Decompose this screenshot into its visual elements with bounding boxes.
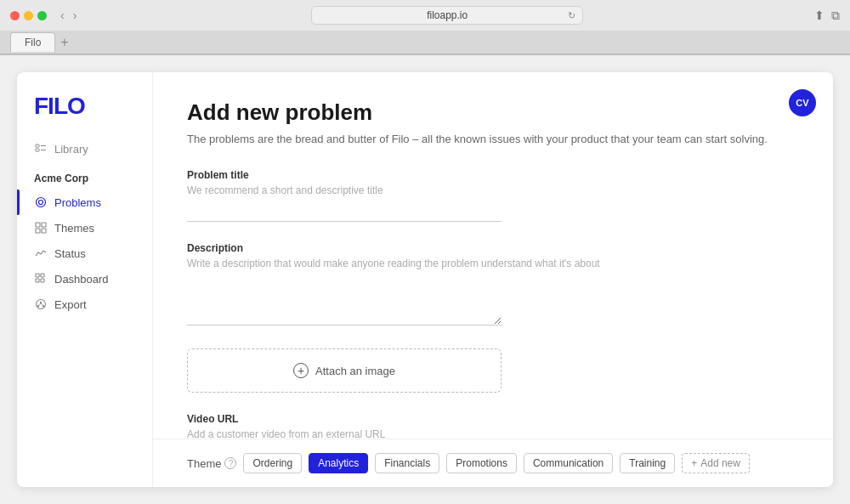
export-label: Export <box>54 298 87 311</box>
description-input[interactable] <box>187 275 502 326</box>
app-window: FILO Library Acme Corp <box>0 55 850 504</box>
themes-label: Themes <box>54 222 94 235</box>
minimize-button[interactable] <box>24 11 33 20</box>
problem-title-input[interactable] <box>187 201 502 222</box>
theme-tag-training[interactable]: Training <box>620 453 675 473</box>
sidebar-item-dashboard[interactable]: Dashboard <box>17 266 152 292</box>
svg-rect-12 <box>36 279 39 282</box>
themes-icon <box>34 221 48 235</box>
description-group: Description Write a description that wou… <box>187 242 799 328</box>
description-label: Description <box>187 242 799 254</box>
sidebar: FILO Library Acme Corp <box>17 72 153 487</box>
svg-rect-7 <box>42 223 46 227</box>
address-bar[interactable]: filoapp.io ↻ <box>311 6 583 25</box>
browser-chrome: ‹ › filoapp.io ↻ ⬆ ⧉ Filo + <box>0 0 850 55</box>
description-hint: Write a description that would make anyo… <box>187 258 799 269</box>
theme-help-icon[interactable]: ? <box>224 457 236 469</box>
problem-title-group: Problem title We recommend a short and d… <box>187 169 799 222</box>
problems-icon <box>34 195 48 209</box>
tab-title: Filo <box>25 37 41 48</box>
duplicate-icon[interactable]: ⧉ <box>831 8 840 23</box>
active-tab[interactable]: Filo <box>10 32 55 52</box>
attach-label: Attach an image <box>315 365 395 377</box>
theme-tag-analytics[interactable]: Analytics <box>309 453 368 473</box>
traffic-lights <box>10 11 47 20</box>
svg-rect-8 <box>36 229 40 233</box>
sidebar-item-library[interactable]: Library <box>17 137 152 161</box>
library-icon <box>34 142 48 156</box>
add-new-plus-icon: + <box>691 457 697 469</box>
new-tab-button[interactable]: + <box>60 35 68 50</box>
theme-section: Theme ? Ordering Analytics Financials Pr… <box>153 439 833 487</box>
video-url-label: Video URL <box>187 413 799 425</box>
tab-bar: Filo + <box>0 31 850 54</box>
sidebar-item-themes[interactable]: Themes <box>17 215 152 241</box>
sidebar-item-problems[interactable]: Problems <box>17 190 152 215</box>
sidebar-item-status[interactable]: Status <box>17 241 152 266</box>
svg-rect-9 <box>42 229 46 233</box>
svg-point-16 <box>37 305 39 307</box>
problems-label: Problems <box>54 196 101 209</box>
svg-line-18 <box>39 303 41 305</box>
status-label: Status <box>54 247 86 260</box>
svg-rect-13 <box>41 279 44 282</box>
forward-button[interactable]: › <box>70 7 81 24</box>
attach-image-box[interactable]: + Attach an image <box>187 348 502 393</box>
svg-point-14 <box>37 300 46 309</box>
svg-rect-10 <box>36 274 39 277</box>
theme-tag-add-new[interactable]: + Add new <box>682 453 750 473</box>
sidebar-item-export[interactable]: Export <box>17 292 152 317</box>
svg-rect-0 <box>36 144 39 147</box>
problem-title-hint: We recommend a short and descriptive tit… <box>187 184 799 196</box>
theme-label: Theme ? <box>187 457 236 470</box>
avatar: CV <box>789 89 816 116</box>
status-icon <box>34 246 48 260</box>
page-subtitle: The problems are the bread and butter of… <box>187 133 799 145</box>
export-icon <box>34 297 48 311</box>
svg-point-5 <box>39 201 43 205</box>
svg-line-19 <box>41 303 42 305</box>
svg-point-4 <box>37 198 46 207</box>
close-button[interactable] <box>10 11 20 20</box>
theme-tag-ordering[interactable]: Ordering <box>243 453 302 473</box>
sidebar-section-title: Acme Corp <box>17 161 152 190</box>
main-content: CV Add new problem The problems are the … <box>153 72 833 487</box>
add-new-label: Add new <box>700 457 740 469</box>
svg-point-15 <box>40 302 42 303</box>
svg-rect-11 <box>41 274 44 277</box>
problem-title-label: Problem title <box>187 169 799 181</box>
theme-tag-promotions[interactable]: Promotions <box>446 453 517 473</box>
share-icon[interactable]: ⬆ <box>814 8 824 23</box>
svg-rect-1 <box>36 149 39 151</box>
svg-rect-6 <box>36 223 40 227</box>
theme-tag-financials[interactable]: Financials <box>375 453 439 473</box>
refresh-icon[interactable]: ↻ <box>568 10 575 21</box>
library-label: Library <box>54 143 88 156</box>
address-bar-container: filoapp.io ↻ <box>87 6 808 25</box>
titlebar: ‹ › filoapp.io ↻ ⬆ ⧉ <box>0 0 850 31</box>
page-title: Add new problem <box>187 99 799 126</box>
svg-point-17 <box>42 305 44 307</box>
attach-plus-icon: + <box>293 363 309 378</box>
dashboard-label: Dashboard <box>54 273 109 286</box>
browser-actions: ⬆ ⧉ <box>814 8 840 23</box>
url-text: filoapp.io <box>427 9 468 21</box>
back-button[interactable]: ‹ <box>57 7 68 24</box>
nav-buttons: ‹ › <box>57 7 80 24</box>
app-inner: FILO Library Acme Corp <box>17 72 833 487</box>
dashboard-icon <box>34 272 48 286</box>
logo: FILO <box>17 93 152 137</box>
maximize-button[interactable] <box>37 11 47 20</box>
theme-tag-communication[interactable]: Communication <box>524 453 613 473</box>
